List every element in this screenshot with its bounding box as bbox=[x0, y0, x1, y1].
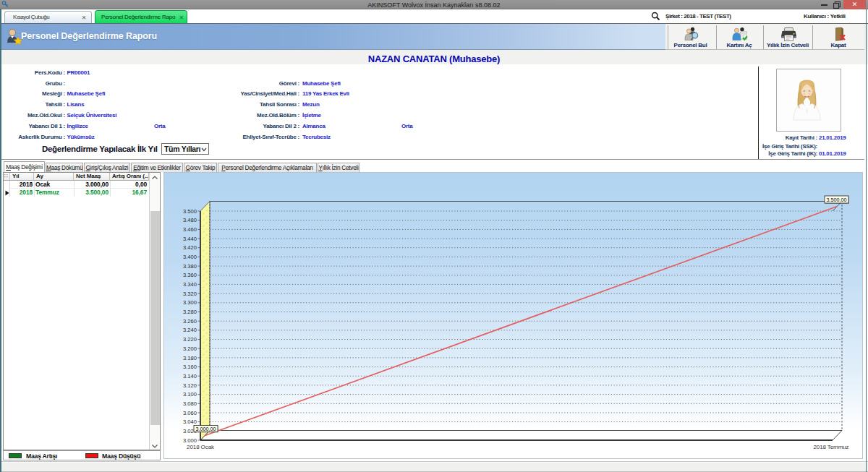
svg-text:3.260: 3.260 bbox=[183, 318, 197, 325]
svg-text:3.360: 3.360 bbox=[183, 272, 197, 278]
svg-text:3.220: 3.220 bbox=[183, 336, 197, 343]
svg-text:2018 Temmuz: 2018 Temmuz bbox=[813, 444, 848, 450]
svg-text:3.500,00: 3.500,00 bbox=[827, 197, 847, 203]
svg-text:3.380: 3.380 bbox=[183, 263, 197, 270]
svg-text:3.420: 3.420 bbox=[183, 244, 197, 251]
svg-text:3.040: 3.040 bbox=[183, 419, 197, 425]
svg-text:3.160: 3.160 bbox=[183, 364, 197, 370]
svg-text:3.340: 3.340 bbox=[183, 281, 197, 288]
svg-text:3.080: 3.080 bbox=[183, 400, 197, 407]
svg-text:3.140: 3.140 bbox=[183, 373, 197, 379]
svg-text:3.440: 3.440 bbox=[183, 236, 197, 242]
svg-text:3.200: 3.200 bbox=[183, 346, 197, 352]
svg-text:2018 Ocak: 2018 Ocak bbox=[187, 444, 215, 450]
svg-text:3.300: 3.300 bbox=[183, 299, 197, 306]
svg-text:3.180: 3.180 bbox=[183, 355, 197, 361]
svg-text:3.500: 3.500 bbox=[183, 208, 197, 215]
svg-text:3.400: 3.400 bbox=[183, 254, 197, 260]
svg-text:3.480: 3.480 bbox=[183, 217, 197, 223]
svg-text:3.240: 3.240 bbox=[183, 327, 197, 333]
svg-text:3.280: 3.280 bbox=[183, 309, 197, 315]
svg-text:3.460: 3.460 bbox=[183, 226, 197, 233]
svg-text:3.000: 3.000 bbox=[183, 437, 197, 444]
svg-text:3.100: 3.100 bbox=[183, 391, 197, 398]
svg-text:3.060: 3.060 bbox=[183, 410, 197, 416]
svg-text:3.320: 3.320 bbox=[183, 291, 197, 297]
svg-text:3.120: 3.120 bbox=[183, 382, 197, 389]
svg-text:3.000,00: 3.000,00 bbox=[196, 426, 216, 432]
